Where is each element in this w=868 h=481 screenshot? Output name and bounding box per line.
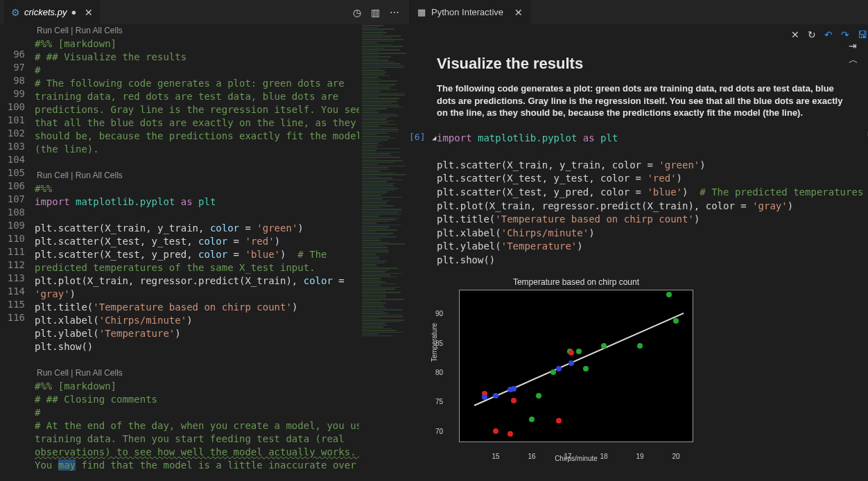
minimap[interactable]: document.write(Array.from({length:180}).… (359, 24, 409, 481)
interactive-tab-title: Python Interactive (431, 7, 503, 17)
x-tick: 17 (564, 453, 571, 460)
cell-prompt[interactable]: [6] ◢ (409, 132, 436, 142)
codelens-run-1[interactable]: Run Cell | Run All Cells (35, 24, 359, 37)
tab-close-icon[interactable]: ✕ (85, 7, 93, 18)
data-point-train (576, 349, 582, 354)
run-cell-icon[interactable]: ◷ (353, 7, 361, 18)
data-point-pred (511, 386, 517, 392)
cell-code: import matplotlib.pyplot as plt plt.scat… (437, 132, 868, 268)
chart-title: Temperature based on chirp count (459, 277, 693, 287)
data-point-pred (482, 394, 487, 400)
interactive-content: Visualize the results The following code… (409, 45, 868, 481)
y-tick: 70 (435, 427, 443, 435)
data-point-pred (556, 366, 562, 371)
data-point-pred (568, 360, 574, 366)
goto-line-icon[interactable]: ⇥ (849, 40, 858, 51)
redo-icon[interactable]: ↷ (841, 29, 849, 40)
split-editor-icon[interactable]: ▥ (371, 7, 380, 18)
editor-tab[interactable]: ⚙ crickets.py ● ✕ (4, 0, 100, 24)
interactive-tab-close-icon[interactable]: ✕ (514, 7, 523, 18)
chart-plot-area: 7075808590 151617181920 (459, 290, 693, 442)
y-tick: 85 (435, 339, 443, 347)
interactive-tab[interactable]: ▦ Python Interactive ✕ (409, 0, 531, 24)
interactive-description: The following code generates a plot: gre… (437, 82, 846, 119)
python-file-icon: ⚙ (11, 7, 20, 18)
chart-output: Temperature based on chirp count Tempera… (437, 273, 700, 475)
codelens-run-3[interactable]: Run Cell | Run All Cells (35, 367, 359, 380)
data-point-test (568, 350, 574, 356)
x-tick: 15 (492, 453, 499, 460)
regression-line (474, 313, 683, 405)
codelens-run-2[interactable]: Run Cell | Run All Cells (35, 169, 359, 182)
interactive-icon: ▦ (417, 7, 426, 17)
x-tick: 19 (636, 453, 643, 460)
undo-icon[interactable]: ↶ (824, 29, 833, 40)
data-point-test (507, 431, 513, 437)
restart-icon[interactable]: ↻ (808, 29, 816, 40)
save-icon[interactable]: 🖫 (858, 29, 867, 40)
x-tick: 16 (528, 453, 535, 460)
editor-body[interactable]: 96979899 100 101102103104105106 107 1081… (0, 24, 409, 481)
tab-filename: crickets.py (24, 7, 67, 17)
collapse-up-icon[interactable]: ︿ (849, 54, 858, 67)
data-point-train (673, 318, 679, 324)
interactive-tab-bar: ▦ Python Interactive ✕ ⋯ (409, 0, 868, 24)
data-point-test (556, 418, 562, 423)
y-tick: 90 (435, 310, 443, 317)
cancel-icon[interactable]: ✕ (791, 29, 799, 40)
editor-tab-bar: ⚙ crickets.py ● ✕ ◷ ▥ ⋯ (0, 0, 409, 24)
x-tick: 20 (672, 453, 679, 460)
x-tick: 18 (600, 453, 607, 460)
y-tick: 80 (435, 369, 443, 376)
more-actions-icon[interactable]: ⋯ (390, 7, 399, 18)
tab-modified-dot: ● (71, 7, 76, 17)
cell-output: [6] ◢ ⚙ ✕ import matplotlib.pyplot as pl… (437, 132, 868, 475)
interactive-toolbar: ✕ ↻ ↶ ↷ 🖫 ⧉ ⧉ ⇥ ︿ (409, 24, 868, 45)
data-point-train (583, 366, 589, 371)
data-point-train (529, 417, 535, 422)
data-point-train (637, 343, 643, 349)
editor-pane: ⚙ crickets.py ● ✕ ◷ ▥ ⋯ 96979899 100 101… (0, 0, 409, 481)
data-point-pred (493, 393, 498, 399)
data-point-train (601, 343, 607, 349)
code-text-area[interactable]: Run Cell | Run All Cells#%% [markdown] #… (35, 24, 359, 481)
interactive-pane: ▦ Python Interactive ✕ ⋯ ✕ ↻ ↶ ↷ 🖫 ⧉ ⧉ ⇥… (409, 0, 868, 481)
line-gutter: 96979899 100 101102103104105106 107 1081… (0, 24, 35, 481)
editor-tab-actions: ◷ ▥ ⋯ (353, 7, 405, 18)
data-point-test (511, 398, 517, 403)
y-tick: 75 (435, 398, 443, 405)
data-point-test (493, 428, 498, 434)
data-point-train (550, 369, 556, 375)
data-point-train (666, 292, 672, 297)
interactive-heading: Visualize the results (437, 55, 868, 73)
data-point-train (536, 393, 541, 399)
